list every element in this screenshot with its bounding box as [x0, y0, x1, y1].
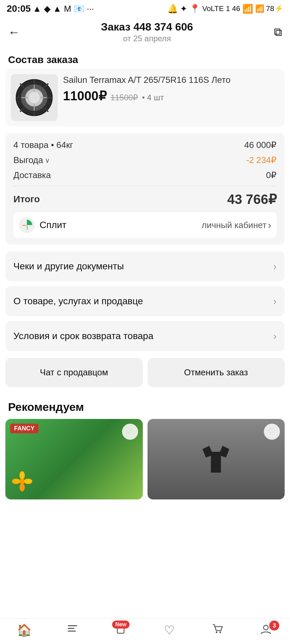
header: ← Заказ 448 374 606 от 25 апреля ⧉ — [0, 17, 290, 49]
alarm-icon: 🔔 — [167, 4, 178, 14]
split-link[interactable]: личный кабинет › — [201, 219, 271, 231]
cancel-order-button[interactable]: Отменить заказ — [148, 358, 285, 387]
recommend-card-2[interactable]: ♡ — [148, 419, 285, 499]
svg-point-10 — [19, 471, 25, 479]
summary-total-label: Итого — [13, 194, 40, 205]
product-info: Sailun Terramax A/T 265/75R16 116S Лето … — [63, 74, 279, 103]
status-time: 20:05 — [7, 3, 31, 14]
order-date: от 25 апреля — [101, 34, 193, 43]
svg-point-20 — [219, 632, 221, 633]
signal-bars: 📶 — [242, 4, 253, 14]
tire-svg — [14, 77, 54, 118]
menu-item-return[interactable]: Условия и срок возврата товара › — [5, 321, 285, 351]
summary-card: 4 товара • 64кг 46 000₽ Выгода ∨ -2 234₽… — [5, 133, 285, 245]
svg-rect-16 — [68, 628, 74, 629]
menu-item-return-label: Условия и срок возврата товара — [13, 331, 153, 341]
back-button[interactable]: ← — [8, 25, 20, 39]
discount-chevron-icon: ∨ — [45, 156, 50, 164]
window-icon[interactable]: ⧉ — [274, 25, 282, 39]
summary-discount-label: Выгода ∨ — [13, 155, 50, 165]
split-label: Сплит — [40, 220, 66, 230]
profile-badge: 3 — [269, 621, 279, 631]
action-buttons: Чат с продавцом Отменить заказ — [5, 358, 285, 387]
status-right: 🔔 ✦ 📍 VoLTE 1 46 📶 📶 78⚡ — [167, 4, 283, 14]
summary-items-value: 46 000₽ — [244, 140, 277, 150]
summary-delivery-label: Доставка — [13, 170, 51, 180]
product-price: 11000₽ — [63, 89, 107, 103]
split-chevron-icon: › — [268, 219, 271, 231]
chat-button[interactable]: Чат с продавцом — [5, 358, 143, 387]
svg-point-11 — [19, 483, 25, 491]
signal-bars2: 📶 — [255, 4, 264, 13]
header-center: Заказ 448 374 606 от 25 апреля — [101, 21, 193, 43]
split-logo-svg — [20, 218, 34, 232]
menu-item-product-info-label: О товаре, услугах и продавце — [13, 296, 143, 307]
fancy-badge: FANCY — [10, 424, 39, 433]
summary-total-value: 43 766₽ — [227, 192, 277, 207]
svg-point-13 — [24, 479, 32, 484]
summary-delivery-value: 0₽ — [266, 170, 277, 180]
split-logo — [19, 217, 35, 233]
home-icon: 🏠 — [17, 624, 32, 636]
menu-item-receipts-label: Чеки и другие документы — [13, 261, 124, 272]
summary-divider — [13, 186, 277, 186]
bottom-nav: 🏠 New ♡ — [0, 618, 290, 644]
nav-profile[interactable]: 3 — [242, 623, 290, 637]
summary-total-row: Итого 43 766₽ — [13, 192, 277, 207]
svg-point-19 — [216, 632, 217, 633]
nav-cart[interactable] — [193, 623, 242, 637]
split-row[interactable]: Сплит личный кабинет › — [13, 212, 277, 238]
summary-delivery-row: Доставка 0₽ — [13, 170, 277, 180]
split-link-text: личный кабинет — [201, 220, 267, 230]
summary-discount-row[interactable]: Выгода ∨ -2 234₽ — [13, 155, 277, 165]
svg-point-21 — [264, 625, 268, 630]
nav-shop[interactable]: New — [97, 623, 145, 637]
product-qty: • 4 шт — [142, 93, 164, 102]
menu-item-receipts[interactable]: Чеки и другие документы › — [5, 251, 285, 281]
svg-point-12 — [12, 479, 20, 484]
split-left: Сплит — [19, 217, 66, 233]
bluetooth-icon: ✦ — [180, 4, 187, 14]
menu-chevron-icon-product: › — [273, 296, 277, 307]
order-title: Заказ 448 374 606 — [101, 21, 193, 33]
nav-favorites[interactable]: ♡ — [145, 624, 193, 636]
summary-items-label: 4 товара • 64кг — [13, 140, 73, 150]
product-image — [11, 74, 58, 121]
heart-icon-2[interactable]: ♡ — [264, 424, 280, 440]
search-icon — [66, 623, 78, 637]
product-price-old: 11500₽ — [111, 93, 138, 102]
menu-chevron-icon-receipts: › — [273, 261, 277, 272]
recommend-grid: FANCY ♡ ♡ — [0, 419, 290, 499]
new-badge: New — [112, 621, 130, 629]
battery-icon: 78⚡ — [266, 4, 283, 13]
status-bar: 20:05 ▲ ◆ ▲ M 📧 ··· 🔔 ✦ 📍 VoLTE 1 46 📶 📶… — [0, 0, 290, 17]
product-card: Sailun Terramax A/T 265/75R16 116S Лето … — [5, 69, 285, 126]
svg-rect-15 — [68, 625, 77, 626]
svg-point-9 — [19, 479, 25, 484]
menu-chevron-icon-return: › — [273, 330, 277, 342]
svg-rect-17 — [68, 631, 76, 632]
svg-marker-14 — [202, 446, 229, 473]
status-icons-left: ▲ ◆ ▲ M 📧 ··· — [33, 4, 94, 14]
nav-search[interactable] — [48, 623, 97, 637]
recommend-title: Рекомендуем — [0, 397, 290, 419]
heart-nav-icon: ♡ — [164, 624, 175, 636]
product-name: Sailun Terramax A/T 265/75R16 116S Лето — [63, 74, 279, 86]
menu-item-product-info[interactable]: О товаре, услугах и продавце › — [5, 286, 285, 316]
product-price-row: 11000₽ 11500₽ • 4 шт — [63, 89, 279, 103]
heart-icon-1[interactable]: ♡ — [122, 424, 138, 440]
svg-point-3 — [28, 92, 40, 104]
summary-discount-value: -2 234₽ — [246, 155, 277, 165]
signal-text: VoLTE 1 46 — [202, 4, 240, 13]
status-left: 20:05 ▲ ◆ ▲ M 📧 ··· — [7, 3, 94, 14]
recommend-card-1[interactable]: FANCY ♡ — [5, 419, 143, 499]
order-section-title: Состав заказа — [0, 49, 290, 69]
cart-icon — [212, 623, 224, 637]
summary-items-row: 4 товара • 64кг 46 000₽ — [13, 140, 277, 150]
nav-home[interactable]: 🏠 — [0, 624, 48, 636]
location-icon: 📍 — [189, 4, 200, 14]
